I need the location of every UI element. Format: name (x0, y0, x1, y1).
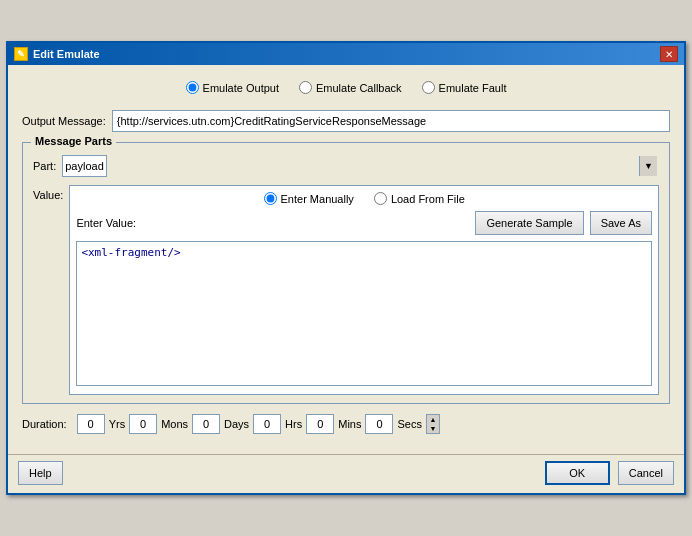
part-label: Part: (33, 160, 56, 172)
help-button[interactable]: Help (18, 461, 63, 485)
window-icon: ✎ (14, 47, 28, 61)
message-parts-legend: Message Parts (31, 135, 116, 147)
part-select[interactable]: payload (62, 155, 107, 177)
secs-label: Secs (397, 418, 421, 430)
spinner-down[interactable]: ▼ (427, 424, 439, 433)
days-label: Days (224, 418, 249, 430)
enter-manually-radio[interactable]: Enter Manually (264, 192, 354, 205)
duration-mins-input[interactable] (306, 414, 334, 434)
title-bar-left: ✎ Edit Emulate (14, 47, 100, 61)
generate-sample-button[interactable]: Generate Sample (475, 211, 583, 235)
duration-mons-input[interactable] (129, 414, 157, 434)
window-title: Edit Emulate (33, 48, 100, 60)
ok-cancel-group: OK Cancel (545, 461, 674, 485)
duration-secs-input[interactable] (365, 414, 393, 434)
action-buttons: Generate Sample Save As (475, 211, 652, 235)
load-from-file-label: Load From File (391, 193, 465, 205)
ok-button[interactable]: OK (545, 461, 610, 485)
output-message-input[interactable] (112, 110, 670, 132)
part-row: Part: payload ▼ (33, 155, 659, 177)
main-content: Emulate Output Emulate Callback Emulate … (8, 65, 684, 454)
duration-hrs-input[interactable] (253, 414, 281, 434)
edit-emulate-window: ✎ Edit Emulate ✕ Emulate Output Emulate … (6, 41, 686, 495)
save-as-button[interactable]: Save As (590, 211, 652, 235)
load-from-file-radio[interactable]: Load From File (374, 192, 465, 205)
mons-label: Mons (161, 418, 188, 430)
value-label: Value: (33, 185, 63, 201)
xml-textarea[interactable]: <xml-fragment/> (76, 241, 652, 386)
value-inner: Enter Manually Load From File Enter Valu… (69, 185, 659, 395)
yrs-label: Yrs (109, 418, 126, 430)
enter-manually-input[interactable] (264, 192, 277, 205)
emulate-output-label: Emulate Output (203, 82, 279, 94)
title-bar: ✎ Edit Emulate ✕ (8, 43, 684, 65)
duration-yrs-input[interactable] (77, 414, 105, 434)
enter-manually-label: Enter Manually (281, 193, 354, 205)
emulate-output-radio[interactable]: Emulate Output (186, 81, 279, 94)
emulate-callback-radio[interactable]: Emulate Callback (299, 81, 402, 94)
close-button[interactable]: ✕ (660, 46, 678, 62)
duration-spinner[interactable]: ▲ ▼ (426, 414, 440, 434)
emulate-fault-label: Emulate Fault (439, 82, 507, 94)
enter-value-row: Enter Value: Generate Sample Save As (76, 211, 652, 235)
emulate-fault-radio[interactable]: Emulate Fault (422, 81, 507, 94)
hrs-label: Hrs (285, 418, 302, 430)
emulate-callback-label: Emulate Callback (316, 82, 402, 94)
enter-value-label: Enter Value: (76, 217, 136, 229)
emulate-output-input[interactable] (186, 81, 199, 94)
emulate-fault-input[interactable] (422, 81, 435, 94)
mins-label: Mins (338, 418, 361, 430)
bottom-buttons: Help OK Cancel (8, 454, 684, 493)
part-select-wrapper: payload ▼ (62, 155, 659, 177)
output-message-row: Output Message: (22, 110, 670, 132)
cancel-button[interactable]: Cancel (618, 461, 674, 485)
spinner-up[interactable]: ▲ (427, 415, 439, 424)
duration-label: Duration: (22, 418, 67, 430)
input-mode-row: Enter Manually Load From File (76, 192, 652, 205)
message-parts-group: Message Parts Part: payload ▼ Value: (22, 142, 670, 404)
load-from-file-input[interactable] (374, 192, 387, 205)
value-row-container: Value: Enter Manually Load From File (33, 185, 659, 395)
duration-days-input[interactable] (192, 414, 220, 434)
output-message-label: Output Message: (22, 115, 106, 127)
duration-row: Duration: Yrs Mons Days Hrs Mins Secs ▲ … (22, 414, 670, 434)
emulate-type-group: Emulate Output Emulate Callback Emulate … (22, 75, 670, 100)
select-arrow-icon: ▼ (639, 156, 657, 176)
emulate-callback-input[interactable] (299, 81, 312, 94)
